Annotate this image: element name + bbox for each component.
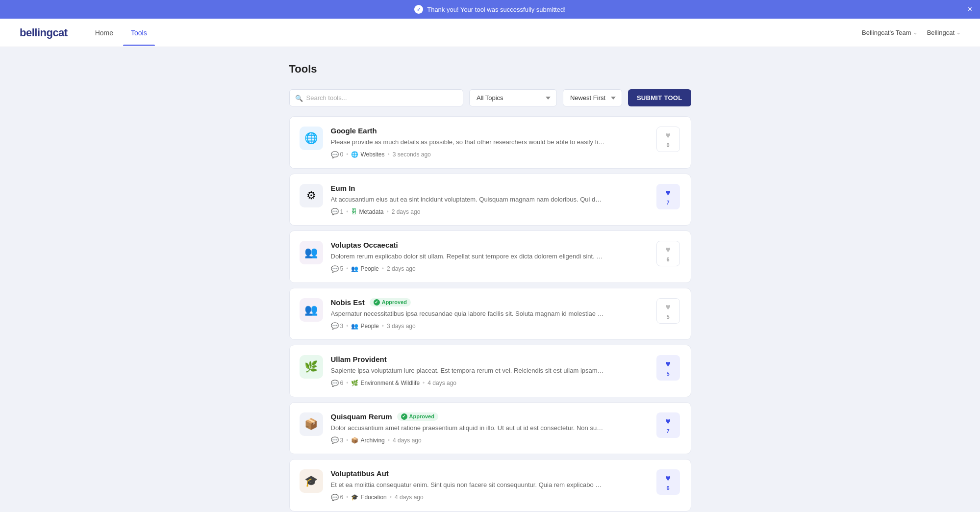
user-label: Bellingcat (927, 29, 955, 36)
topic-icon: 👥 (351, 265, 358, 272)
comment-count: 💬 6 (331, 380, 344, 387)
tool-card[interactable]: 📦 Quisquam Rerum Approved Dolor accusant… (289, 402, 691, 455)
topic-icon: 📦 (351, 437, 358, 444)
comment-count: 💬 0 (331, 151, 344, 158)
comment-icon: 💬 (331, 322, 339, 330)
nav-links: Home Tools (87, 20, 862, 46)
comment-number: 3 (340, 437, 344, 444)
tool-card[interactable]: ⚙ Eum In At accusantium eius aut ea sint… (289, 174, 691, 226)
tool-time: 4 days ago (395, 494, 424, 501)
like-button[interactable]: ♥ 6 (656, 241, 680, 266)
tool-icon: 🎓 (300, 469, 323, 493)
tool-meta: 💬 3 • 👥 People • 3 days ago (331, 322, 648, 330)
tool-icon: 👥 (300, 241, 323, 264)
tool-name: Google Earth (331, 127, 377, 135)
tool-title-row: Eum In (331, 184, 648, 192)
like-button[interactable]: ♥ 7 (656, 184, 680, 209)
tool-meta: 💬 0 • 🌐 Websites • 3 seconds ago (331, 151, 648, 158)
comment-number: 0 (340, 151, 344, 158)
tool-card[interactable]: 🌿 Ullam Provident Sapiente ipsa voluptat… (289, 345, 691, 397)
search-icon: 🔍 (295, 94, 303, 102)
logo[interactable]: bellingcat (20, 26, 68, 39)
tool-title-row: Quisquam Rerum Approved (331, 412, 648, 421)
comment-icon: 💬 (331, 380, 339, 387)
meta-separator: • (386, 208, 388, 215)
topic-tag: 🎓 Education (351, 494, 386, 501)
team-label: Bellingcat's Team (862, 29, 911, 36)
toolbar: 🔍 All Topics Websites Metadata People En… (289, 89, 691, 106)
tool-icon: 🌐 (300, 127, 323, 150)
user-menu[interactable]: Bellingcat ⌄ (927, 29, 960, 36)
like-count: 5 (666, 371, 669, 377)
nav-link-home[interactable]: Home (87, 20, 121, 46)
meta-separator: • (423, 380, 425, 386)
tool-body: Quisquam Rerum Approved Dolor accusantiu… (331, 412, 648, 444)
like-count: 0 (666, 142, 669, 148)
tool-name: Eum In (331, 184, 355, 192)
heart-icon: ♥ (665, 359, 671, 369)
like-button[interactable]: ♥ 5 (656, 298, 680, 324)
tool-time: 2 days ago (387, 265, 416, 272)
comment-icon: 💬 (331, 151, 339, 158)
approved-badge: Approved (397, 412, 438, 421)
comment-number: 5 (340, 265, 344, 272)
comment-icon: 💬 (331, 494, 339, 501)
like-button[interactable]: ♥ 5 (656, 355, 680, 381)
tool-name: Quisquam Rerum (331, 412, 392, 421)
meta-separator: • (346, 151, 348, 158)
comment-icon: 💬 (331, 265, 339, 273)
tool-meta: 💬 6 • 🎓 Education • 4 days ago (331, 494, 648, 501)
like-button[interactable]: ♥ 0 (656, 127, 680, 152)
tool-description: Dolor accusantium amet ratione praesenti… (331, 423, 605, 433)
team-chevron-icon: ⌄ (913, 30, 917, 35)
tool-body: Voluptas Occaecati Dolorem rerum explica… (331, 241, 648, 273)
topic-icon: 🌿 (351, 380, 358, 386)
tool-title-row: Voluptas Occaecati (331, 241, 648, 249)
heart-icon: ♥ (665, 130, 671, 141)
tool-time: 3 seconds ago (393, 151, 431, 158)
tool-time: 3 days ago (387, 323, 416, 330)
comment-number: 1 (340, 208, 344, 215)
topics-dropdown[interactable]: All Topics Websites Metadata People Envi… (469, 89, 557, 106)
user-chevron-icon: ⌄ (956, 30, 960, 35)
tool-name: Nobis Est (331, 298, 365, 307)
like-button[interactable]: ♥ 7 (656, 412, 680, 438)
like-count: 5 (666, 314, 669, 320)
notification-banner: Thank you! Your tool was successfully su… (0, 0, 980, 19)
notification-close-button[interactable]: × (968, 5, 972, 13)
tool-card[interactable]: 🎓 Voluptatibus Aut Et et ea molittia con… (289, 459, 691, 512)
topic-tag: 🌿 Environment & Wildlife (351, 380, 420, 386)
tool-body: Eum In At accusantium eius aut ea sint i… (331, 184, 648, 216)
tool-description: Sapiente ipsa voluptatum iure placeat. E… (331, 366, 605, 376)
search-input[interactable] (289, 89, 463, 106)
topic-icon: 🎓 (351, 494, 358, 501)
like-count: 6 (666, 485, 669, 491)
meta-separator: • (346, 437, 348, 444)
tool-card[interactable]: 👥 Voluptas Occaecati Dolorem rerum expli… (289, 230, 691, 283)
tool-title-row: Google Earth (331, 127, 648, 135)
meta-separator: • (382, 323, 384, 330)
nav-right: Bellingcat's Team ⌄ Bellingcat ⌄ (862, 29, 960, 36)
tool-card[interactable]: 👥 Nobis Est Approved Aspernatur necessit… (289, 288, 691, 340)
tool-name: Ullam Provident (331, 355, 387, 363)
like-area: ♥ 5 (655, 355, 681, 381)
team-menu[interactable]: Bellingcat's Team ⌄ (862, 29, 917, 36)
submit-tool-button[interactable]: SUBMIT TOOL (628, 89, 691, 106)
tool-time: 4 days ago (427, 380, 456, 386)
comment-count: 💬 1 (331, 208, 344, 215)
like-area: ♥ 0 (655, 127, 681, 152)
tool-meta: 💬 3 • 📦 Archiving • 4 days ago (331, 436, 648, 444)
sort-dropdown[interactable]: Newest First Oldest First Most Liked (563, 89, 622, 106)
tool-meta: 💬 6 • 🌿 Environment & Wildlife • 4 days … (331, 380, 648, 387)
tool-meta: 💬 5 • 👥 People • 2 days ago (331, 265, 648, 273)
meta-separator: • (346, 323, 348, 330)
comment-number: 6 (340, 494, 344, 501)
nav-link-tools[interactable]: Tools (123, 20, 155, 46)
tool-meta: 💬 1 • 🗄 Metadata • 2 days ago (331, 208, 648, 215)
search-wrapper: 🔍 (289, 89, 463, 106)
page-content: Tools 🔍 All Topics Websites Metadata Peo… (279, 47, 701, 512)
tool-body: Nobis Est Approved Aspernatur necessitat… (331, 298, 648, 330)
tool-icon: ⚙ (300, 184, 323, 207)
tool-card[interactable]: 🌐 Google Earth Please provide as much de… (289, 116, 691, 169)
like-button[interactable]: ♥ 6 (656, 469, 680, 495)
